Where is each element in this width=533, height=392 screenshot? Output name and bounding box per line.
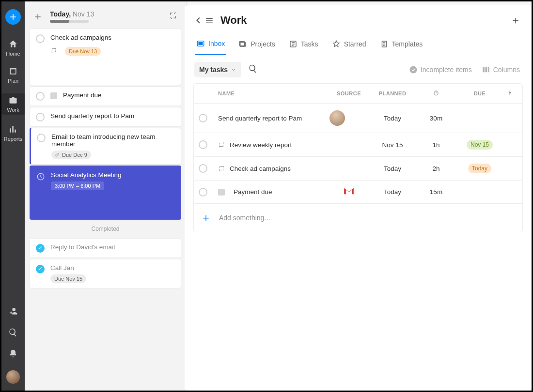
completed-task-reply[interactable]: Reply to David's email <box>30 238 181 258</box>
mail-icon <box>218 189 225 196</box>
svg-point-7 <box>409 66 417 74</box>
left-rail: Home Plan Work Reports <box>1 1 25 391</box>
attach-icon <box>55 152 60 157</box>
task-title: Call Jan <box>50 264 86 271</box>
notifications-icon[interactable] <box>8 349 18 361</box>
due-pill: Due Nov 15 <box>50 274 86 283</box>
tab-starred[interactable]: Starred <box>331 34 367 55</box>
create-button[interactable] <box>5 9 21 25</box>
mail-icon <box>50 92 57 99</box>
nav-work-label: Work <box>7 107 19 113</box>
task-title: Email to team introducing new team membe… <box>51 133 175 148</box>
today-task-payment[interactable]: Payment due <box>30 86 181 106</box>
task-checkbox[interactable] <box>36 34 45 43</box>
stopwatch-icon <box>433 90 439 96</box>
today-task-report[interactable]: Send quarterly report to Pam <box>30 107 181 127</box>
task-title: Send quarterly report to Pam <box>50 112 134 120</box>
incomplete-items-button[interactable]: Incomplete items <box>409 65 472 74</box>
row-estimate: 30m <box>417 115 455 122</box>
today-panel: ＋ Today, Nov 13 Check ad campaigns Due N… <box>25 1 187 391</box>
row-planned: Today <box>368 115 417 122</box>
app-frame: Home Plan Work Reports ＋ Today, Nov 13 <box>1 1 532 391</box>
svg-rect-9 <box>485 67 487 73</box>
main-add-button[interactable]: ＋ <box>510 13 521 28</box>
tab-templates[interactable]: Templates <box>379 34 424 55</box>
completed-section-label: Completed <box>30 221 181 237</box>
row-name: Review weekly report <box>230 141 292 149</box>
chevron-down-icon <box>231 67 236 73</box>
task-checkbox[interactable] <box>36 92 45 101</box>
today-task-list: Check ad campaigns Due Nov 13 Payment du… <box>30 29 181 288</box>
main-tabs: Inbox Projects Tasks Starred Templates <box>193 34 523 55</box>
user-avatar[interactable] <box>6 370 20 384</box>
today-task-check-ad[interactable]: Check ad campaigns Due Nov 13 <box>30 29 181 85</box>
row-estimate: 1h <box>417 141 455 149</box>
row-name: Check ad campaigns <box>230 165 291 172</box>
today-event[interactable]: Social Analytics Meeting 3:00 PM – 6:00 … <box>30 166 181 220</box>
task-checkbox[interactable] <box>36 113 45 121</box>
tab-label: Inbox <box>208 40 225 47</box>
row-checkbox[interactable] <box>199 188 207 196</box>
svg-point-11 <box>434 91 438 95</box>
task-title: Check ad campaigns <box>50 34 111 41</box>
add-row-button[interactable]: ＋ Add something… <box>194 203 522 232</box>
row-planned: Today <box>368 165 417 172</box>
columns-label: Columns <box>493 66 520 74</box>
due-pill: Due Dec 9 <box>51 151 91 159</box>
filter-my-tasks[interactable]: My tasks <box>194 62 241 77</box>
columns-button[interactable]: Columns <box>482 65 520 74</box>
expand-icon[interactable] <box>169 11 177 22</box>
row-name: Send quarterly report to Pam <box>218 115 302 122</box>
tab-label: Tasks <box>301 40 318 48</box>
today-task-email-team[interactable]: Email to team introducing new team membe… <box>30 128 181 165</box>
repeat-icon <box>218 141 225 148</box>
task-table: NAME SOURCE PLANNED DUE Send quarterly r… <box>193 83 523 232</box>
svg-rect-10 <box>488 67 489 73</box>
task-checkbox[interactable] <box>37 134 46 142</box>
plus-icon: ＋ <box>201 212 211 223</box>
task-checkbox-complete[interactable] <box>36 265 45 273</box>
row-planned: Nov 15 <box>368 141 417 149</box>
nav-plan-label: Plan <box>8 78 18 84</box>
row-checkbox[interactable] <box>199 114 207 122</box>
table-row[interactable]: Send quarterly report to Pam Today 30m <box>194 103 522 133</box>
task-title: Payment due <box>63 91 102 99</box>
table-row[interactable]: Payment due Today 15m <box>194 180 522 203</box>
col-source: SOURCE <box>329 90 368 96</box>
svg-rect-2 <box>199 42 203 45</box>
add-label: Add something… <box>219 214 271 222</box>
nav-home[interactable]: Home <box>6 39 20 57</box>
nav-work[interactable]: Work <box>1 93 25 115</box>
col-due: DUE <box>455 90 504 96</box>
row-estimate: 15m <box>417 188 455 196</box>
nav-home-label: Home <box>6 51 20 57</box>
table-row[interactable]: Review weekly report Nov 15 1h Nov 15 <box>194 133 522 156</box>
nav-reports-label: Reports <box>4 136 23 142</box>
tab-tasks[interactable]: Tasks <box>288 34 319 55</box>
source-avatar <box>329 110 345 126</box>
tab-projects[interactable]: Projects <box>237 34 276 55</box>
row-checkbox[interactable] <box>199 164 207 173</box>
col-estimate <box>417 90 455 97</box>
row-estimate: 2h <box>417 165 455 172</box>
nav-reports[interactable]: Reports <box>4 124 23 142</box>
nav-plan[interactable]: Plan <box>8 66 18 84</box>
filter-label: My tasks <box>199 66 228 74</box>
table-row[interactable]: Check ad campaigns Today 2h Today <box>194 156 522 180</box>
col-planned: PLANNED <box>368 90 417 96</box>
task-title: Reply to David's email <box>50 243 115 251</box>
col-flag <box>504 90 517 97</box>
invite-icon[interactable] <box>8 306 18 318</box>
row-checkbox[interactable] <box>199 140 207 149</box>
toolbar-search-icon[interactable] <box>248 64 258 75</box>
task-checkbox-complete[interactable] <box>36 244 45 253</box>
back-button[interactable] <box>193 15 214 26</box>
toolbar: My tasks Incomplete items Columns <box>193 55 523 83</box>
search-icon[interactable] <box>8 328 18 339</box>
source-gmail <box>329 187 368 196</box>
completed-task-call[interactable]: Call Jan Due Nov 15 <box>30 259 181 288</box>
flag-icon <box>508 90 514 96</box>
tab-inbox[interactable]: Inbox <box>195 34 226 55</box>
today-add-button[interactable]: ＋ <box>32 9 43 24</box>
today-date: Today, Nov 13 <box>50 10 94 18</box>
